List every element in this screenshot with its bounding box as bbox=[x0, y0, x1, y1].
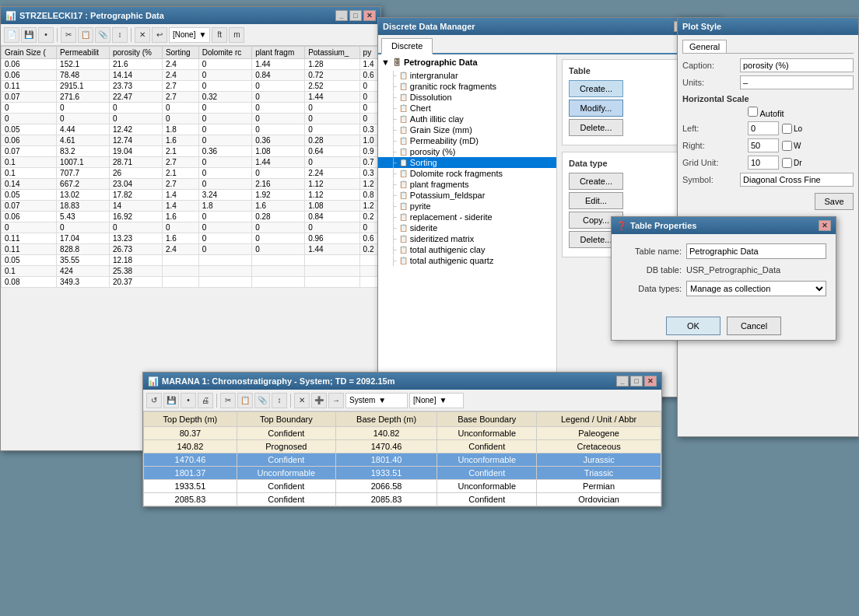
chrono-close[interactable]: ✕ bbox=[644, 376, 657, 387]
table-cell[interactable] bbox=[162, 266, 198, 277]
table-cell[interactable]: 0 bbox=[198, 114, 252, 124]
table-cell[interactable]: 0 bbox=[252, 244, 305, 255]
table-cell[interactable]: 18.83 bbox=[57, 201, 110, 212]
tree-item[interactable]: ├ 📋 Chert bbox=[378, 103, 556, 114]
table-cell[interactable] bbox=[198, 255, 252, 266]
chrono-cell[interactable]: Unconformable bbox=[437, 480, 537, 493]
new-btn[interactable]: 📄 bbox=[4, 27, 19, 43]
tree-item[interactable]: ├ 📋 sideritized matrix bbox=[378, 233, 556, 244]
table-cell[interactable]: 1.12 bbox=[305, 179, 359, 190]
tree-item[interactable]: ├ 📋 Potassium_feldspar bbox=[378, 190, 556, 201]
table-cell[interactable]: 1.44 bbox=[252, 157, 305, 168]
table-cell[interactable]: 0.06 bbox=[2, 212, 57, 222]
table-cell[interactable]: 2.4 bbox=[162, 59, 198, 70]
table-cell[interactable]: 0 bbox=[252, 233, 305, 244]
table-cell[interactable] bbox=[305, 277, 359, 288]
table-cell[interactable]: 0.28 bbox=[252, 212, 305, 222]
table-cell[interactable]: 0 bbox=[198, 212, 252, 222]
chrono-arrow[interactable]: → bbox=[328, 393, 344, 408]
table-cell[interactable]: 0 bbox=[305, 103, 359, 114]
table-cell[interactable]: 828.8 bbox=[57, 244, 110, 255]
table-cell[interactable]: 0 bbox=[252, 81, 305, 92]
tree-item[interactable]: ├ 📋 total authigenic quartz bbox=[378, 255, 556, 266]
chrono-dot[interactable]: • bbox=[181, 393, 196, 408]
chrono-cell[interactable]: 1801.40 bbox=[335, 453, 437, 467]
col-dolomite[interactable]: Dolomite rc bbox=[198, 47, 252, 59]
table-cell[interactable]: 0 bbox=[198, 179, 252, 190]
table-cell[interactable]: 12.42 bbox=[110, 124, 163, 135]
chrono-copy[interactable]: 📋 bbox=[237, 393, 253, 408]
table-cell[interactable]: 0 bbox=[252, 222, 305, 233]
table-cell[interactable]: 0.1 bbox=[2, 157, 57, 168]
chrono-cell[interactable]: 140.82 bbox=[144, 440, 237, 453]
chrono-cell[interactable]: Unconformable bbox=[237, 467, 335, 480]
col-plant[interactable]: plant fragm bbox=[252, 47, 305, 59]
table-cell[interactable]: 22.47 bbox=[110, 92, 163, 103]
chrono-cell[interactable]: 2085.83 bbox=[335, 493, 437, 506]
chrono-add[interactable]: ➕ bbox=[311, 393, 327, 408]
table-cell[interactable]: 28.71 bbox=[110, 157, 163, 168]
col-top-depth[interactable]: Top Depth (m) bbox=[144, 412, 237, 427]
table-cell[interactable]: 0.06 bbox=[2, 70, 57, 81]
table-cell[interactable]: 23.04 bbox=[110, 179, 163, 190]
table-cell[interactable]: 0 bbox=[252, 103, 305, 114]
table-cell[interactable]: 0.06 bbox=[2, 59, 57, 70]
table-cell[interactable]: 0 bbox=[2, 222, 57, 233]
chrono-cell[interactable]: 1470.46 bbox=[144, 453, 237, 467]
table-cell[interactable]: 17.82 bbox=[110, 190, 163, 201]
table-cell[interactable]: 0 bbox=[198, 244, 252, 255]
table-delete-btn[interactable]: Delete... bbox=[569, 119, 623, 136]
tree-item[interactable]: ├ 📋 Grain Size (mm) bbox=[378, 124, 556, 135]
table-cell[interactable]: 0.32 bbox=[198, 92, 252, 103]
table-cell[interactable]: 19.04 bbox=[110, 146, 163, 157]
chrono-cell[interactable]: Confident bbox=[237, 493, 335, 506]
tree-item[interactable]: ├ 📋 Dissolution bbox=[378, 92, 556, 103]
tree-item[interactable]: ├ 📋 plant fragments bbox=[378, 179, 556, 190]
chrono-save[interactable]: 💾 bbox=[163, 393, 179, 408]
table-cell[interactable]: 2.4 bbox=[162, 70, 198, 81]
table-cell[interactable]: 0.08 bbox=[2, 277, 57, 288]
table-cell[interactable] bbox=[252, 266, 305, 277]
table-cell[interactable] bbox=[198, 277, 252, 288]
tree-item[interactable]: ├ 📋 siderite bbox=[378, 222, 556, 233]
discrete-tab[interactable]: Discrete bbox=[381, 38, 433, 54]
table-cell[interactable]: 0.84 bbox=[252, 70, 305, 81]
petro-maximize[interactable]: □ bbox=[349, 10, 362, 21]
chrono-cell[interactable]: Confident bbox=[237, 427, 335, 440]
table-cell[interactable]: 0 bbox=[198, 157, 252, 168]
chrono-cell[interactable]: 1801.37 bbox=[144, 467, 237, 480]
table-cell[interactable] bbox=[305, 266, 359, 277]
table-cell[interactable]: 707.7 bbox=[57, 168, 110, 179]
table-cell[interactable]: 1.44 bbox=[305, 92, 359, 103]
tree-item[interactable]: ├ 📋 porosity (%) bbox=[378, 146, 556, 157]
table-cell[interactable]: 2.24 bbox=[305, 168, 359, 179]
table-cell[interactable]: 271.6 bbox=[57, 92, 110, 103]
table-cell[interactable]: 667.2 bbox=[57, 179, 110, 190]
col-sorting[interactable]: Sorting bbox=[162, 47, 198, 59]
table-cell[interactable]: 12.18 bbox=[110, 255, 163, 266]
chrono-cell[interactable]: Confident bbox=[437, 493, 537, 506]
chrono-cell[interactable]: 2066.58 bbox=[335, 480, 437, 493]
cancel-button[interactable]: Cancel bbox=[727, 317, 781, 335]
sort-btn[interactable]: ↕ bbox=[112, 27, 128, 43]
symbol-input[interactable] bbox=[740, 173, 854, 187]
table-cell[interactable]: 1.08 bbox=[305, 201, 359, 212]
table-cell[interactable]: 4.44 bbox=[57, 124, 110, 135]
table-cell[interactable]: 26 bbox=[110, 168, 163, 179]
table-cell[interactable]: 1.4 bbox=[162, 190, 198, 201]
chrono-cell[interactable]: Jurassic bbox=[537, 453, 661, 467]
table-cell[interactable]: 13.23 bbox=[110, 233, 163, 244]
general-tab[interactable]: General bbox=[682, 40, 727, 53]
chrono-cell[interactable]: 140.82 bbox=[335, 427, 437, 440]
chrono-cell[interactable]: 1933.51 bbox=[144, 480, 237, 493]
table-cell[interactable]: 0.05 bbox=[2, 255, 57, 266]
system-dropdown[interactable]: System ▼ bbox=[345, 393, 408, 408]
table-cell[interactable]: 0.36 bbox=[252, 135, 305, 146]
table-cell[interactable]: 0.11 bbox=[2, 81, 57, 92]
chrono-cell[interactable]: Unconformable bbox=[437, 427, 537, 440]
table-cell[interactable]: 0 bbox=[2, 103, 57, 114]
table-cell[interactable]: 0.28 bbox=[305, 135, 359, 146]
chrono-cell[interactable]: Triassic bbox=[537, 467, 661, 480]
table-cell[interactable]: 1007.1 bbox=[57, 157, 110, 168]
col-grain-size[interactable]: Grain Size ( bbox=[2, 47, 57, 59]
